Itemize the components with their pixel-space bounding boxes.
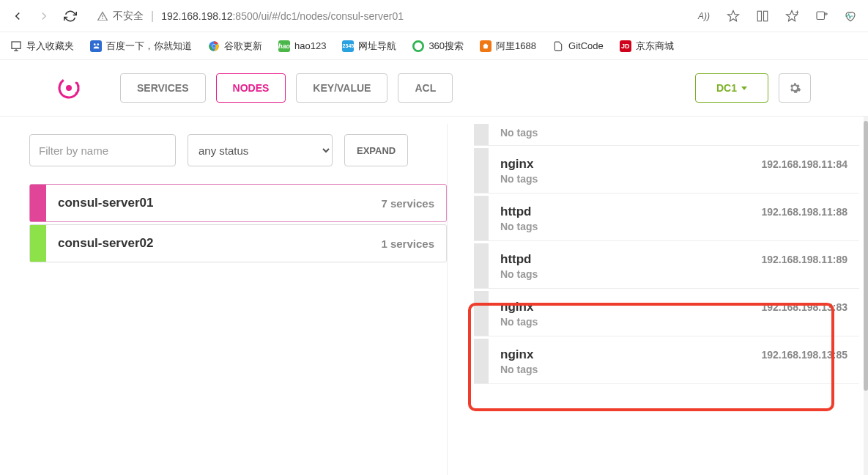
service-tags: No tags — [500, 127, 847, 139]
url-text: 192.168.198.12:8500/ui/#/dc1/nodes/consu… — [161, 10, 404, 22]
service-address: 192.168.198.13:85 — [761, 349, 847, 361]
service-address: 192.168.198.13:83 — [761, 301, 847, 313]
settings-button[interactable] — [779, 73, 811, 103]
service-item[interactable]: nginx 192.168.198.13:83 No tags — [474, 291, 859, 336]
file-icon — [552, 40, 564, 52]
import-favorites[interactable]: 导入收藏夹 — [10, 40, 74, 53]
tab-nodes[interactable]: NODES — [216, 73, 286, 103]
bookmark-hao123[interactable]: hao hao123 — [278, 40, 326, 52]
refresh-icon[interactable] — [62, 7, 79, 25]
service-status-indicator — [474, 148, 489, 193]
node-status-indicator — [30, 185, 46, 221]
so360-icon — [412, 40, 424, 52]
service-status-indicator — [474, 196, 489, 240]
chrome-icon — [208, 40, 220, 52]
baidu-icon — [90, 40, 102, 52]
service-name: nginx — [500, 157, 533, 172]
node-status-indicator — [30, 225, 46, 262]
service-name: nginx — [500, 300, 533, 314]
service-name: nginx — [500, 347, 533, 362]
service-tags: No tags — [500, 364, 847, 375]
bookmark-1688[interactable]: 阿里1688 — [480, 40, 536, 53]
back-icon[interactable] — [9, 7, 26, 25]
bookmark-jd[interactable]: JD 京东商城 — [620, 40, 674, 53]
service-item[interactable]: httpd 192.168.198.11:89 No tags — [474, 243, 859, 289]
browser-actions: A)) — [695, 7, 859, 25]
bookmark-2345[interactable]: 2345 网址导航 — [342, 40, 396, 53]
service-tags: No tags — [500, 268, 847, 280]
service-name: httpd — [500, 252, 531, 267]
svg-point-17 — [78, 85, 80, 87]
name-filter-input[interactable] — [29, 134, 176, 166]
svg-rect-1 — [764, 11, 768, 21]
collections-icon[interactable] — [812, 7, 830, 25]
service-address: 192.168.198.11:84 — [761, 158, 847, 170]
address-separator: | — [151, 10, 154, 23]
expand-button[interactable]: EXPAND — [344, 134, 408, 166]
app-nav: SERVICES NODES KEY/VALUE ACL DC1 — [0, 60, 868, 117]
jd-icon: JD — [620, 40, 631, 52]
insecure-label: 不安全 — [113, 10, 144, 23]
tab-services[interactable]: SERVICES — [120, 73, 206, 103]
nav2345-icon: 2345 — [342, 40, 354, 52]
address-bar[interactable]: 不安全 | 192.168.198.12:8500/ui/#/dc1/nodes… — [88, 5, 678, 27]
svg-point-12 — [212, 44, 216, 48]
security-warning: 不安全 — [97, 10, 144, 23]
service-tags: No tags — [500, 221, 847, 232]
consul-logo — [57, 76, 81, 100]
svg-point-13 — [414, 41, 423, 51]
bookmark-gitcode[interactable]: GitCode — [552, 40, 604, 52]
performance-icon[interactable] — [842, 7, 859, 25]
gear-icon — [788, 81, 801, 95]
service-tags: No tags — [500, 316, 847, 328]
service-status-indicator — [474, 339, 489, 383]
svg-point-9 — [97, 43, 99, 45]
svg-point-15 — [66, 85, 72, 91]
service-tags: No tags — [500, 173, 847, 185]
svg-point-18 — [78, 89, 80, 92]
svg-point-16 — [75, 82, 78, 84]
svg-rect-0 — [757, 11, 761, 21]
bookmarks-bar: 导入收藏夹 百度一下，你就知道 谷歌更新 hao hao123 2345 网址导… — [0, 32, 868, 60]
node-item[interactable]: consul-server01 7 services — [29, 184, 447, 222]
filter-row: any status EXPAND — [29, 134, 447, 166]
services-panel: No tags nginx 192.168.198.11:84 No tags … — [448, 117, 868, 475]
service-item[interactable]: nginx 192.168.198.13:85 No tags — [474, 339, 859, 384]
scrollbar[interactable] — [864, 117, 868, 475]
tab-kv[interactable]: KEY/VALUE — [296, 73, 387, 103]
node-name: consul-server02 — [46, 236, 381, 251]
service-item[interactable]: No tags — [474, 124, 859, 146]
bookmark-baidu[interactable]: 百度一下，你就知道 — [90, 40, 192, 53]
node-name: consul-server01 — [46, 196, 381, 210]
status-filter-select[interactable]: any status — [188, 134, 333, 166]
service-address: 192.168.198.11:89 — [761, 254, 847, 265]
bookmark-360[interactable]: 360搜索 — [412, 40, 464, 53]
service-status-indicator — [474, 291, 489, 336]
read-aloud-icon[interactable]: A)) — [695, 7, 713, 25]
nodes-panel: any status EXPAND consul-server01 7 serv… — [0, 117, 447, 475]
svg-point-8 — [93, 43, 95, 45]
main-layout: any status EXPAND consul-server01 7 serv… — [0, 117, 868, 475]
service-status-indicator — [474, 243, 489, 288]
node-service-count: 7 services — [381, 197, 446, 210]
ali1688-icon — [480, 40, 492, 52]
svg-rect-7 — [12, 42, 21, 48]
hao123-icon: hao — [278, 40, 290, 52]
bookmark-google[interactable]: 谷歌更新 — [208, 40, 262, 53]
star-icon[interactable] — [724, 7, 742, 25]
favorites-icon[interactable] — [783, 7, 801, 25]
split-screen-icon[interactable] — [754, 7, 771, 25]
service-name: httpd — [500, 205, 531, 219]
datacenter-selector[interactable]: DC1 — [695, 73, 768, 103]
svg-rect-4 — [817, 12, 825, 20]
chevron-down-icon — [741, 86, 747, 90]
node-item[interactable]: consul-server02 1 services — [29, 224, 447, 262]
service-address: 192.168.198.11:88 — [761, 206, 847, 218]
service-status-indicator — [474, 124, 489, 145]
tab-acl[interactable]: ACL — [398, 73, 453, 103]
forward-icon — [35, 7, 53, 25]
node-service-count: 1 services — [381, 238, 446, 250]
service-item[interactable]: httpd 192.168.198.11:88 No tags — [474, 196, 859, 241]
service-item[interactable]: nginx 192.168.198.11:84 No tags — [474, 148, 859, 194]
scrollbar-thumb[interactable] — [864, 121, 868, 391]
